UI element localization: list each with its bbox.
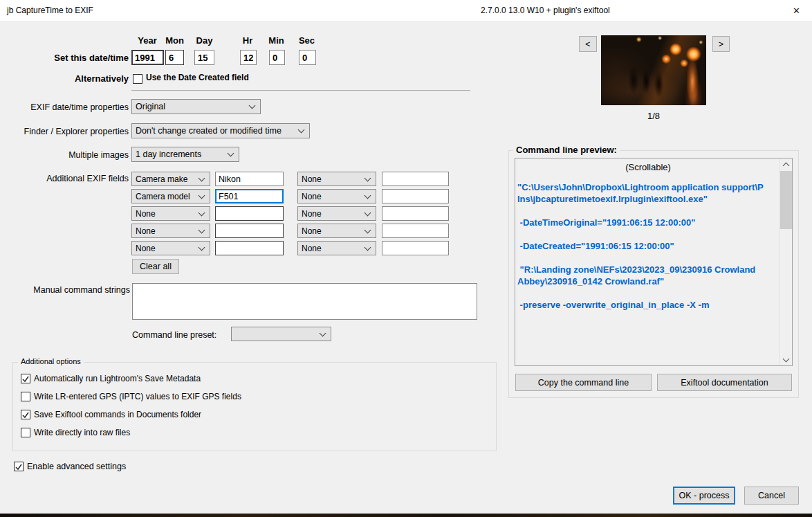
exif-properties-select[interactable]: Original — [131, 99, 261, 114]
additional-exif-label: Additional EXIF fields — [0, 174, 129, 183]
exif-field-value-r2: None — [302, 192, 322, 201]
exif-field-select-r1[interactable]: None — [297, 172, 376, 186]
preview-scrollbar[interactable] — [779, 158, 792, 365]
prev-image-button[interactable]: < — [579, 36, 597, 52]
exiftool-docs-button[interactable]: Exiftool documentation — [657, 374, 792, 391]
exif-value-input-l5[interactable] — [215, 241, 284, 255]
exif-value-input-l3[interactable] — [215, 206, 284, 221]
month-input[interactable] — [165, 50, 184, 65]
use-date-created-label: Use the Date Created field — [146, 73, 249, 82]
exif-field-value-l2: Camera model — [136, 192, 190, 201]
image-thumbnail — [601, 35, 706, 105]
alternatively-label: Alternatively — [0, 73, 129, 84]
scroll-down-icon[interactable] — [780, 354, 792, 365]
header-mon: Mon — [164, 35, 185, 46]
exif-value-input-l1[interactable] — [215, 172, 284, 186]
set-datetime-label: Set this date/time — [0, 53, 129, 63]
window-title: jb CaptureTime to EXIF — [7, 0, 93, 21]
exif-field-select-r5[interactable]: None — [297, 241, 376, 255]
command-preview-text: (Scrollable) "C:\Users\John\Dropbox\Ligh… — [517, 161, 779, 323]
exif-field-value-r5: None — [302, 244, 322, 253]
multiple-images-label: Multiple images — [0, 150, 129, 160]
exif-field-value-l3: None — [136, 209, 156, 219]
command-preview-panel[interactable]: (Scrollable) "C:\Users\John\Dropbox\Ligh… — [515, 158, 793, 366]
exif-value-input-r1[interactable] — [382, 172, 449, 186]
use-date-created-checkbox[interactable] — [133, 74, 142, 84]
scrollable-note: (Scrollable) — [517, 161, 779, 173]
option-save-metadata-checkbox[interactable] — [21, 374, 30, 383]
exif-field-select-l1[interactable]: Camera make — [131, 172, 210, 186]
exif-field-value-r4: None — [302, 226, 322, 236]
clear-all-button[interactable]: Clear all — [132, 259, 179, 274]
exif-value-input-l4[interactable] — [215, 224, 284, 238]
exif-properties-label: EXIF date/time properties — [0, 102, 129, 112]
command-preset-label: Command line preset: — [132, 330, 216, 340]
option-write-raw-checkbox[interactable] — [21, 428, 30, 437]
exif-field-select-r2[interactable]: None — [297, 189, 376, 203]
option-gps-label: Write LR-entered GPS (IPTC) values to EX… — [34, 392, 241, 401]
ok-process-button[interactable]: OK - process — [673, 487, 735, 505]
exif-value-input-r4[interactable] — [382, 224, 449, 238]
exif-field-select-l2[interactable]: Camera model — [131, 189, 210, 203]
multiple-images-value: 1 day increments — [136, 149, 201, 159]
finder-properties-select[interactable]: Don't change created or modified time — [131, 123, 310, 138]
header-sec: Sec — [297, 35, 317, 46]
exif-value-input-r2[interactable] — [382, 189, 449, 203]
option-save-metadata-label: Automatically run Lightroom's Save Metad… — [34, 374, 201, 383]
exif-field-value-r3: None — [302, 209, 322, 219]
command-line-datetimeoriginal: -DateTimeOriginal="1991:06:15 12:00:00" — [517, 217, 779, 228]
manual-command-input[interactable] — [132, 283, 477, 320]
image-counter: 1/8 — [601, 111, 706, 121]
cancel-button[interactable]: Cancel — [744, 487, 799, 505]
command-line-datecreated: -DateCreated="1991:06:15 12:00:00" — [517, 240, 779, 252]
exif-field-select-l4[interactable]: None — [131, 224, 210, 238]
exif-field-select-r3[interactable]: None — [297, 206, 376, 221]
exif-value-input-r5[interactable] — [382, 241, 449, 255]
header-min: Min — [267, 35, 286, 46]
exif-field-value-l4: None — [136, 226, 156, 236]
header-year: Year — [130, 35, 165, 46]
second-input[interactable] — [299, 50, 316, 65]
dialog-window: jb CaptureTime to EXIF 2.7.0.0 13.0 W10 … — [0, 0, 812, 514]
version-label: 2.7.0.0 13.0 W10 + plugin's exiftool — [481, 0, 610, 21]
command-line-filepath: "R:\Landing zone\NEFs\2023\2023_09\23091… — [517, 264, 779, 287]
enable-advanced-label: Enable advanced settings — [27, 462, 126, 471]
exif-field-value-r1: None — [302, 174, 322, 184]
copy-command-button[interactable]: Copy the command line — [515, 374, 652, 391]
command-line-exiftool-path: "C:\Users\John\Dropbox\Lightroom applica… — [517, 181, 779, 205]
scrollbar-thumb[interactable] — [780, 171, 792, 229]
minute-input[interactable] — [269, 50, 285, 65]
command-line-flags: -preserve -overwrite_original_in_place -… — [517, 299, 779, 311]
day-input[interactable] — [194, 50, 214, 65]
finder-properties-value: Don't change created or modified time — [136, 126, 282, 136]
next-image-button[interactable]: > — [712, 36, 730, 52]
exif-field-value-l5: None — [136, 244, 156, 253]
finder-properties-label: Finder / Explorer properties — [0, 127, 129, 136]
enable-advanced-checkbox[interactable] — [14, 462, 24, 471]
additional-options-title: Additional options — [18, 357, 84, 365]
multiple-images-select[interactable]: 1 day increments — [131, 147, 239, 162]
exif-value-input-l2[interactable] — [215, 189, 284, 203]
scroll-up-icon[interactable] — [780, 158, 792, 170]
option-save-commands-label: Save Exiftool commands in Documents fold… — [34, 410, 201, 419]
manual-command-label: Manual command strings — [0, 285, 130, 295]
background-strip — [0, 514, 812, 517]
option-write-raw-label: Write directly into raw files — [34, 428, 130, 437]
exif-field-select-l5[interactable]: None — [131, 241, 210, 255]
header-day: Day — [193, 35, 216, 46]
close-icon[interactable]: ✕ — [781, 0, 812, 21]
exif-field-value-l1: Camera make — [136, 174, 187, 184]
option-gps-checkbox[interactable] — [21, 392, 30, 401]
exif-properties-value: Original — [136, 102, 165, 111]
exif-value-input-r3[interactable] — [382, 206, 449, 221]
exif-field-select-l3[interactable]: None — [131, 206, 210, 221]
hour-input[interactable] — [240, 50, 257, 65]
option-save-commands-checkbox[interactable] — [21, 410, 30, 419]
titlebar: jb CaptureTime to EXIF 2.7.0.0 13.0 W10 … — [0, 0, 812, 21]
divider — [131, 90, 470, 91]
header-hr: Hr — [238, 35, 257, 46]
year-input[interactable] — [131, 50, 164, 65]
exif-field-select-r4[interactable]: None — [297, 224, 376, 238]
command-preset-select[interactable] — [231, 327, 331, 341]
command-preview-title: Command line preview: — [513, 145, 620, 155]
